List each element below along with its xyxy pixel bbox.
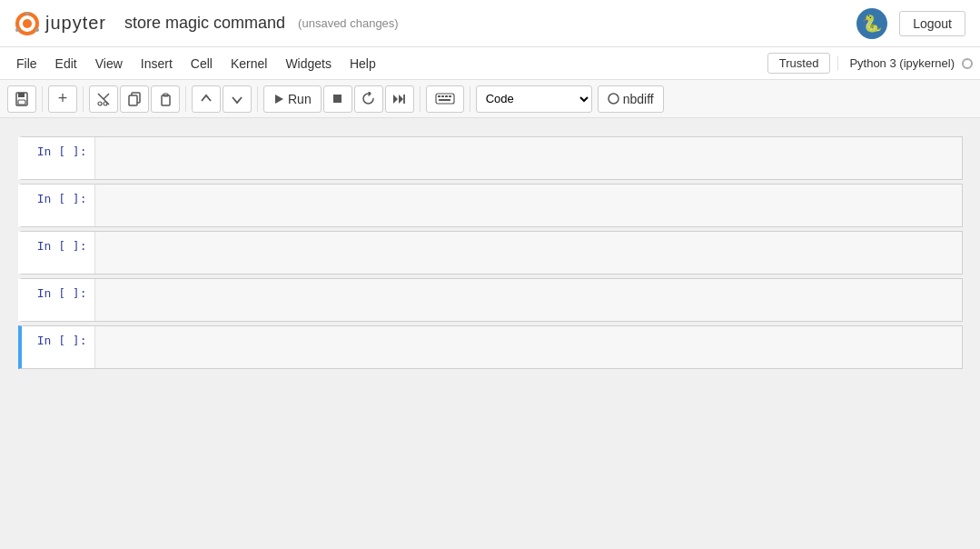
arrow-up-icon xyxy=(200,93,213,105)
menu-help[interactable]: Help xyxy=(341,53,385,75)
toolbar-separator-4 xyxy=(257,86,258,112)
toolbar-separator-5 xyxy=(420,86,421,112)
run-button[interactable]: Run xyxy=(263,85,322,113)
svg-rect-25 xyxy=(438,95,441,97)
menu-file[interactable]: File xyxy=(7,53,46,75)
svg-rect-9 xyxy=(18,93,25,97)
cell-4-input-area[interactable] xyxy=(94,279,962,321)
cell-type-select[interactable]: Code Markdown Raw NBConvert Heading xyxy=(476,85,592,113)
cell-1-input[interactable] xyxy=(95,137,269,170)
toolbar-separator-1 xyxy=(42,86,43,112)
svg-marker-21 xyxy=(393,95,398,104)
python-logo-icon: 🐍 xyxy=(856,7,888,40)
cell-4[interactable]: In [ ]: xyxy=(18,278,963,322)
toolbar-separator-6 xyxy=(470,86,470,112)
jupyter-logo-icon xyxy=(15,11,40,36)
save-button[interactable] xyxy=(7,85,36,113)
svg-rect-17 xyxy=(162,95,170,105)
kernel-info: Python 3 (ipykernel) xyxy=(837,56,973,70)
svg-rect-16 xyxy=(129,95,137,105)
menu-kernel[interactable]: Kernel xyxy=(222,53,276,75)
stop-icon xyxy=(332,93,343,105)
toolbar-separator-2 xyxy=(83,86,84,112)
toolbar: + xyxy=(0,80,980,118)
copy-icon xyxy=(127,92,142,106)
cell-3[interactable]: In [ ]: xyxy=(18,231,963,274)
cut-button[interactable] xyxy=(89,85,118,113)
svg-marker-22 xyxy=(399,95,403,104)
run-label: Run xyxy=(288,92,312,106)
cell-3-input[interactable] xyxy=(95,232,269,265)
paste-icon xyxy=(158,92,173,106)
svg-rect-24 xyxy=(436,94,454,104)
svg-point-30 xyxy=(609,94,619,104)
cells-container: In [ ]: In [ ]: In [ ]: In [ ]: xyxy=(18,136,963,373)
svg-rect-10 xyxy=(18,100,25,105)
svg-line-12 xyxy=(104,94,109,99)
toolbar-separator-3 xyxy=(185,86,186,112)
svg-rect-28 xyxy=(449,95,451,97)
cell-1-prompt: In [ ]: xyxy=(22,137,94,179)
svg-point-13 xyxy=(98,102,102,105)
arrow-down-icon xyxy=(231,93,243,105)
paste-button[interactable] xyxy=(151,85,180,113)
svg-marker-19 xyxy=(275,95,283,104)
cell-4-input[interactable] xyxy=(95,279,269,312)
nbdiff-label: nbdiff xyxy=(623,92,654,106)
svg-point-5 xyxy=(15,28,19,32)
header: jupyter store magic command (unsaved cha… xyxy=(0,0,980,47)
keyboard-button[interactable] xyxy=(426,85,464,113)
cell-1[interactable]: In [ ]: xyxy=(18,136,963,180)
kernel-name-label: Python 3 (ipykernel) xyxy=(849,56,955,70)
menu-cell[interactable]: Cell xyxy=(182,53,222,75)
copy-button[interactable] xyxy=(120,85,149,113)
svg-rect-29 xyxy=(439,99,450,101)
save-icon xyxy=(15,92,29,106)
cell-3-prompt: In [ ]: xyxy=(22,232,94,274)
svg-point-14 xyxy=(104,102,107,105)
refresh-icon xyxy=(361,92,375,105)
svg-rect-20 xyxy=(333,95,342,103)
svg-point-4 xyxy=(35,28,39,32)
cell-2-input[interactable] xyxy=(95,185,269,217)
logout-button[interactable]: Logout xyxy=(899,11,965,36)
menubar: File Edit View Insert Cell Kernel Widget… xyxy=(0,47,980,80)
kernel-status-indicator xyxy=(962,58,973,69)
cell-5-input-area[interactable] xyxy=(94,326,962,368)
svg-rect-27 xyxy=(445,95,448,97)
circle-icon xyxy=(608,93,619,105)
svg-point-3 xyxy=(25,12,29,15)
cell-3-input-area[interactable] xyxy=(94,232,962,274)
menu-edit[interactable]: Edit xyxy=(46,53,86,75)
cut-icon xyxy=(96,92,111,106)
move-down-button[interactable] xyxy=(223,85,252,113)
add-cell-button[interactable]: + xyxy=(48,85,77,113)
cell-2[interactable]: In [ ]: xyxy=(18,184,963,227)
menu-view[interactable]: View xyxy=(86,53,132,75)
play-icon xyxy=(273,94,284,105)
cell-2-input-area[interactable] xyxy=(94,185,962,226)
trusted-button[interactable]: Trusted xyxy=(767,53,831,74)
cell-5-input[interactable] xyxy=(95,326,269,359)
cell-1-input-area[interactable] xyxy=(94,137,962,179)
nbdiff-button[interactable]: nbdiff xyxy=(598,85,664,113)
move-up-button[interactable] xyxy=(192,85,221,113)
notebook-title[interactable]: store magic command xyxy=(124,14,285,33)
svg-point-2 xyxy=(23,19,32,28)
jupyter-label: jupyter xyxy=(45,13,106,34)
header-right: 🐍 Logout xyxy=(856,7,965,40)
svg-rect-26 xyxy=(441,95,444,97)
cell-2-prompt: In [ ]: xyxy=(22,185,94,226)
unsaved-changes-label: (unsaved changes) xyxy=(298,16,399,30)
svg-text:🐍: 🐍 xyxy=(862,14,883,34)
keyboard-icon xyxy=(435,93,455,105)
cell-4-prompt: In [ ]: xyxy=(22,279,94,321)
stop-button[interactable] xyxy=(323,85,352,113)
menu-widgets[interactable]: Widgets xyxy=(276,53,341,75)
cell-5[interactable]: In [ ]: xyxy=(18,325,963,369)
notebook-area: In [ ]: In [ ]: In [ ]: In [ ]: xyxy=(0,118,980,549)
fast-forward-button[interactable] xyxy=(385,85,414,113)
restart-button[interactable] xyxy=(354,85,383,113)
cell-5-prompt: In [ ]: xyxy=(22,326,94,368)
menu-insert[interactable]: Insert xyxy=(132,53,182,75)
